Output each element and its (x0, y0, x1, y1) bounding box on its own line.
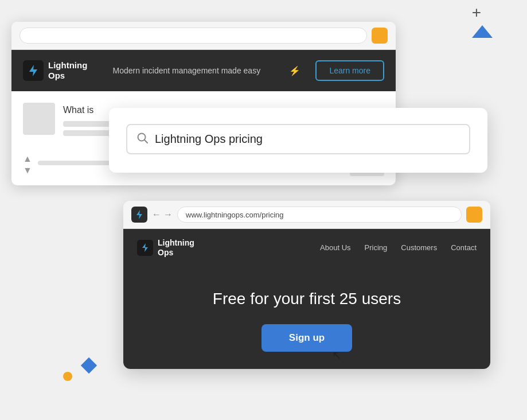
browser-chrome-1 (11, 22, 396, 50)
pricing-headline: Free for your first 25 users (137, 290, 477, 308)
nav-link-customers[interactable]: Customers (401, 243, 437, 252)
favicon-bolt-icon (135, 209, 143, 220)
browser-action-button-2[interactable] (466, 207, 482, 223)
pricing-hero: Free for your first 25 users Sign up ↖ (123, 267, 490, 369)
address-bar-2[interactable]: www.lightningops.com/pricing (177, 207, 462, 223)
ad-banner: Lightning Ops Modern incident management… (11, 50, 396, 91)
ad-logo: Lightning Ops (23, 60, 87, 81)
signup-button[interactable]: Sign up (261, 324, 352, 352)
browser-chrome-2: ← → www.lightningops.com/pricing (123, 201, 490, 229)
pricing-nav: Lightning Ops About Us Pricing Customers… (123, 229, 490, 267)
pricing-bolt-icon (141, 243, 149, 252)
triangle-decoration (472, 25, 493, 38)
pricing-page: Lightning Ops About Us Pricing Customers… (123, 229, 490, 369)
browser-action-button-1[interactable] (372, 28, 388, 44)
forward-arrow[interactable]: → (163, 209, 173, 220)
ad-lightning-icon-box (23, 60, 44, 81)
nav-link-pricing[interactable]: Pricing (365, 243, 388, 252)
pricing-nav-links: About Us Pricing Customers Contact (320, 243, 477, 252)
ad-tagline: Modern incident management made easy (99, 66, 274, 75)
nav-link-contact[interactable]: Contact (451, 243, 477, 252)
favicon (131, 207, 147, 223)
cursor-indicator: ↖ (332, 348, 342, 362)
search-box[interactable]: Lightning Ops pricing (126, 124, 470, 154)
pricing-bolt-box (137, 240, 153, 256)
learn-more-button[interactable]: Learn more (315, 60, 384, 81)
search-card: Lightning Ops pricing (109, 108, 487, 173)
nav-link-about-us[interactable]: About Us (320, 243, 350, 252)
scroll-arrows: ▲ ▼ (23, 154, 32, 176)
bolt-decoration: ⚡ (289, 65, 300, 76)
search-query-text: Lightning Ops pricing (155, 133, 263, 146)
back-arrow[interactable]: ← (152, 209, 161, 220)
pricing-logo: Lightning Ops (137, 238, 194, 258)
plus-decoration: + (472, 5, 481, 21)
url-text: www.lightningops.com/pricing (186, 211, 284, 219)
svg-line-1 (145, 140, 147, 143)
ad-brand-name: Lightning Ops (48, 60, 87, 81)
lightning-bolt-icon (28, 64, 38, 77)
article-thumbnail (23, 103, 55, 135)
circle-decoration (63, 372, 72, 381)
browser-card-2: ← → www.lightningops.com/pricing Lightni… (123, 201, 490, 369)
diamond-decoration (81, 357, 97, 374)
address-bar-1[interactable] (19, 28, 367, 44)
pricing-brand-name: Lightning Ops (158, 238, 194, 258)
nav-arrows: ← → (152, 209, 173, 220)
search-icon (136, 132, 148, 146)
